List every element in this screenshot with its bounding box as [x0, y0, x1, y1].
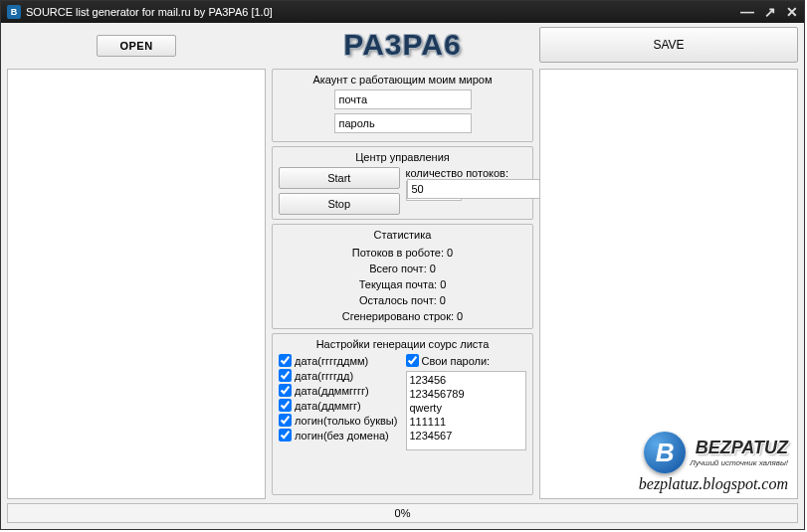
control-panel-title: Центр управления [279, 151, 526, 163]
generation-panel: Настройки генерации соурс листа дата(ггг… [272, 333, 533, 495]
output-list[interactable] [539, 69, 798, 499]
list-item[interactable]: 111111 [410, 415, 523, 429]
date-ddmmyyyy-checkbox[interactable]: дата(ддммгггг) [279, 384, 400, 397]
titlebar: B SOURCE list generator for mail.ru by P… [1, 1, 804, 23]
stat-row: Осталось почт: 0 [279, 292, 526, 308]
stat-row: Текущая почта: 0 [279, 276, 526, 292]
list-item[interactable]: 123456 [410, 373, 523, 387]
threads-spinbox[interactable]: ▲ ▼ [406, 181, 462, 201]
progress-label: 0% [395, 507, 411, 519]
own-passwords-checkbox[interactable]: Свои пароли: [406, 354, 527, 367]
date-yyyyDDmm-checkbox[interactable]: дата(ггггддмм) [279, 354, 400, 367]
stats-panel: Статистика Потоков в роботе: 0 Всего поч… [272, 224, 533, 329]
login-letters-checkbox[interactable]: логин(только буквы) [279, 414, 400, 427]
control-panel: Центр управления Start Stop количество п… [272, 146, 533, 220]
mail-input[interactable] [334, 89, 472, 109]
stat-row: Потоков в роботе: 0 [279, 245, 526, 261]
start-button[interactable]: Start [279, 167, 400, 189]
minimize-icon[interactable]: — [740, 1, 754, 23]
stat-row: Всего почт: 0 [279, 261, 526, 276]
window-title: SOURCE list generator for mail.ru by PA3… [26, 1, 740, 23]
generation-panel-title: Настройки генерации соурс листа [279, 338, 526, 350]
list-item[interactable]: 1234567 [410, 429, 523, 443]
source-list-input[interactable] [7, 69, 266, 499]
progress-bar: 0% [7, 503, 798, 523]
open-button[interactable]: OPEN [97, 35, 176, 57]
login-nodomain-checkbox[interactable]: логин(без домена) [279, 429, 400, 442]
list-item[interactable]: 123456789 [410, 387, 523, 401]
password-input[interactable] [334, 113, 472, 133]
save-button[interactable]: SAVE [539, 27, 798, 63]
stat-row: Сгенерировано строк: 0 [279, 308, 526, 324]
threads-label: количество потоков: [406, 167, 527, 179]
date-yyyyDD-checkbox[interactable]: дата(ггггдд) [279, 369, 400, 382]
account-panel: Акаунт с работающим моим миром [272, 69, 533, 142]
maximize-icon[interactable]: ↗ [764, 1, 776, 23]
app-icon: B [7, 5, 21, 19]
account-panel-title: Акаунт с работающим моим миром [279, 74, 526, 86]
passwords-list[interactable]: 123456 123456789 qwerty 111111 1234567 [406, 371, 527, 450]
date-ddmmyy-checkbox[interactable]: дата(ддммгг) [279, 399, 400, 412]
logo-text: PA3PA6 [272, 27, 533, 63]
close-icon[interactable]: ✕ [786, 1, 798, 23]
threads-input[interactable] [407, 179, 544, 199]
list-item[interactable]: qwerty [410, 401, 523, 415]
stats-panel-title: Статистика [279, 229, 526, 241]
stop-button[interactable]: Stop [279, 193, 400, 215]
